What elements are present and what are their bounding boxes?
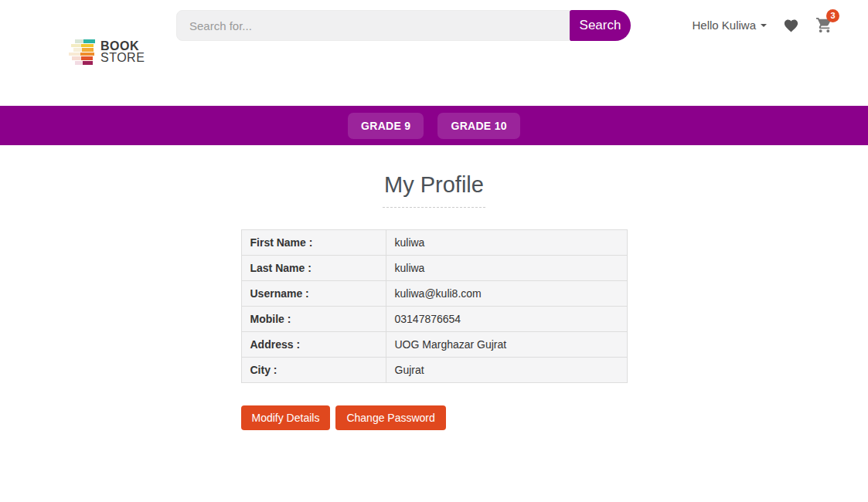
row-value: UOG Marghazar Gujrat xyxy=(386,332,627,358)
row-label: Mobile : xyxy=(241,307,386,332)
row-value: kuliwa xyxy=(386,256,627,281)
row-label: City : xyxy=(241,358,386,383)
heart-icon xyxy=(783,18,799,32)
bookstore-logo-icon xyxy=(67,39,97,65)
grade-navbar: GRADE 9 GRADE 10 xyxy=(0,106,868,145)
logo-line-2: STORE xyxy=(100,52,145,63)
table-row: Last Name : kuliwa xyxy=(241,256,627,281)
row-value: 03147876654 xyxy=(386,307,627,332)
table-row: Mobile : 03147876654 xyxy=(241,307,627,332)
search-button[interactable]: Search xyxy=(570,10,631,41)
cart-button[interactable]: 3 xyxy=(815,16,833,34)
profile-page: My Profile First Name : kuliwa Last Name… xyxy=(0,172,868,430)
chevron-down-icon xyxy=(761,24,767,27)
row-label: First Name : xyxy=(241,230,386,256)
table-row: First Name : kuliwa xyxy=(241,230,627,256)
bookstore-logo[interactable]: BOOK STORE xyxy=(67,39,145,65)
table-row: Username : kuliwa@kuli8.com xyxy=(241,281,627,307)
row-value: kuliwa xyxy=(386,230,627,256)
logo-line-1: BOOK xyxy=(100,40,145,52)
profile-actions: Modify Details Change Password xyxy=(241,405,628,430)
page-title: My Profile xyxy=(0,172,868,198)
tab-grade-10[interactable]: GRADE 10 xyxy=(437,113,519,139)
tab-grade-9[interactable]: GRADE 9 xyxy=(348,113,424,139)
title-underline-divider xyxy=(383,207,485,208)
user-greeting: Hello Kuliwa xyxy=(692,19,756,32)
row-value: Gujrat xyxy=(386,358,627,383)
cart-count-badge: 3 xyxy=(826,9,839,22)
search-input[interactable] xyxy=(176,10,570,41)
row-label: Last Name : xyxy=(241,256,386,281)
header: BOOK STORE Search Hello Kuliwa 3 xyxy=(0,0,868,106)
wishlist-button[interactable] xyxy=(783,18,799,32)
search-bar: Search xyxy=(176,10,631,41)
row-value: kuliwa@kuli8.com xyxy=(386,281,627,307)
bookstore-logo-text: BOOK STORE xyxy=(100,40,145,63)
user-menu[interactable]: Hello Kuliwa xyxy=(692,19,767,32)
row-label: Username : xyxy=(241,281,386,307)
table-row: City : Gujrat xyxy=(241,358,627,383)
row-label: Address : xyxy=(241,332,386,358)
account-area: Hello Kuliwa 3 xyxy=(692,9,833,40)
profile-table: First Name : kuliwa Last Name : kuliwa U… xyxy=(241,229,628,383)
modify-details-button[interactable]: Modify Details xyxy=(241,405,331,430)
table-row: Address : UOG Marghazar Gujrat xyxy=(241,332,627,358)
change-password-button[interactable]: Change Password xyxy=(335,405,445,430)
